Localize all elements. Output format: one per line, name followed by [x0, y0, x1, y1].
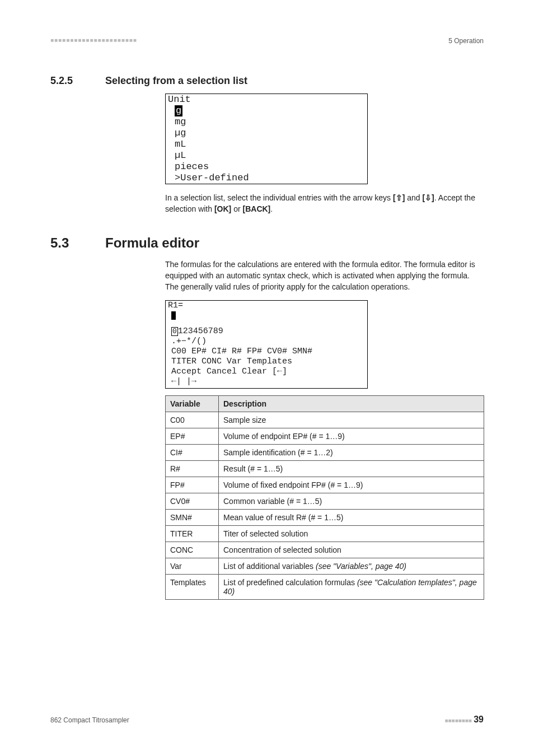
text-fragment: In a selection list, select the individu… — [165, 193, 393, 202]
table-header-row: Variable Description — [166, 396, 484, 412]
footer-right: ■■■■■■■■ 39 — [445, 715, 484, 725]
selection-list-item: mg — [166, 116, 367, 128]
desc-cell: Volume of endpoint EP# (# = 1…9) — [219, 428, 484, 445]
selection-list-selected: g — [166, 105, 367, 116]
desc-cell: Sample size — [219, 412, 484, 428]
page-header: ■■■■■■■■■■■■■■■■■■■■■■ 5 Operation — [50, 37, 484, 45]
key-down: [⇩] — [422, 193, 434, 202]
key-up: [⇧] — [393, 193, 405, 202]
formula-accept-row: Accept Cancel Clear [←] — [166, 367, 367, 377]
var-cell: CV0# — [166, 493, 219, 510]
var-cell: FP# — [166, 477, 219, 493]
heading-53-number: 5.3 — [50, 235, 105, 251]
spacer — [166, 321, 367, 326]
selection-list-box: Unit g mg µg mL µL pieces >User-defined — [165, 94, 368, 184]
var-cell: SMN# — [166, 510, 219, 526]
variables-table: Variable Description C00Sample size EP#V… — [165, 395, 484, 600]
formula-editor-paragraph: The formulas for the calculations are en… — [165, 259, 484, 293]
table-row: VarList of additional variables (see "Va… — [166, 558, 484, 575]
table-row: CV0#Common variable (# = 1…5) — [166, 493, 484, 510]
desc-cell: List of additional variables (see "Varia… — [219, 558, 484, 575]
var-cell: C00 — [166, 412, 219, 428]
table-row: R#Result (# = 1…5) — [166, 461, 484, 477]
heading-525-number: 5.2.5 — [50, 75, 105, 87]
formula-digits-row: 0123456789 — [166, 326, 367, 337]
desc-text: List of additional variables — [223, 562, 316, 571]
desc-italic: (see "Variables", page 40) — [316, 562, 406, 571]
footer-squares: ■■■■■■■■ — [445, 717, 472, 724]
selection-list-item: mL — [166, 139, 367, 150]
desc-text: List of predefined calculation formulas — [223, 578, 357, 587]
table-row: C00Sample size — [166, 412, 484, 428]
formula-arrows-row: ←| |→ — [166, 377, 367, 387]
table-header-variable: Variable — [166, 396, 219, 412]
selection-list-paragraph: In a selection list, select the individu… — [165, 192, 484, 215]
formula-more-row: TITER CONC Var Templates — [166, 357, 367, 367]
var-cell: CONC — [166, 542, 219, 558]
var-cell: Templates — [166, 575, 219, 600]
table-row: CONCConcentration of selected solution — [166, 542, 484, 558]
table-row: EP#Volume of endpoint EP# (# = 1…9) — [166, 428, 484, 445]
formula-vars-row: C00 EP# CI# R# FP# CV0# SMN# — [166, 347, 367, 357]
heading-53: 5.3 Formula editor — [50, 235, 484, 251]
key-back: [BACK] — [243, 204, 271, 213]
footer-product: 862 Compact Titrosampler — [50, 716, 129, 724]
desc-cell: List of predefined calculation formulas … — [219, 575, 484, 600]
var-cell: Var — [166, 558, 219, 575]
desc-cell: Titer of selected solution — [219, 526, 484, 542]
desc-cell: Sample identification (# = 1…2) — [219, 445, 484, 461]
page-footer: 862 Compact Titrosampler ■■■■■■■■ 39 — [50, 715, 484, 725]
table-row: SMN#Mean value of result R# (# = 1…5) — [166, 510, 484, 526]
var-cell: CI# — [166, 445, 219, 461]
page-number: 39 — [474, 715, 484, 724]
heading-525: 5.2.5 Selecting from a selection list — [50, 75, 484, 87]
selection-list-selected-value: g — [175, 105, 182, 116]
heading-525-title: Selecting from a selection list — [105, 75, 247, 87]
text-cursor-icon — [171, 311, 176, 320]
selection-list-header: Unit — [166, 94, 367, 105]
desc-cell: Common variable (# = 1…5) — [219, 493, 484, 510]
heading-53-title: Formula editor — [105, 235, 199, 251]
key-ok: [OK] — [214, 204, 231, 213]
formula-editor-box: R1= 0123456789 .+−*/() C00 EP# CI# R# FP… — [165, 300, 368, 389]
selection-list-item: pieces — [166, 161, 367, 172]
desc-cell: Mean value of result R# (# = 1…5) — [219, 510, 484, 526]
table-header-description: Description — [219, 396, 484, 412]
header-squares-left: ■■■■■■■■■■■■■■■■■■■■■■ — [50, 37, 137, 45]
selection-list-item: µL — [166, 150, 367, 161]
desc-cell: Volume of fixed endpoint FP# (# = 1…9) — [219, 477, 484, 493]
text-fragment: . — [270, 204, 273, 213]
var-cell: R# — [166, 461, 219, 477]
selection-list-item: >User-defined — [166, 172, 367, 184]
page-content: 5.2.5 Selecting from a selection list Un… — [50, 75, 484, 600]
formula-header: R1= — [166, 301, 367, 311]
text-fragment: and — [405, 193, 422, 202]
chapter-label: 5 Operation — [448, 37, 484, 45]
formula-digits-rest: 123456789 — [178, 326, 223, 336]
table-row: CI#Sample identification (# = 1…2) — [166, 445, 484, 461]
table-row: TITERTiter of selected solution — [166, 526, 484, 542]
desc-cell: Concentration of selected solution — [219, 542, 484, 558]
var-cell: EP# — [166, 428, 219, 445]
formula-operators-row: .+−*/() — [166, 337, 367, 347]
text-fragment: or — [231, 204, 242, 213]
table-row: TemplatesList of predefined calculation … — [166, 575, 484, 600]
selection-list-item: µg — [166, 128, 367, 139]
var-cell: TITER — [166, 526, 219, 542]
formula-cursor-line — [166, 311, 367, 321]
table-row: FP#Volume of fixed endpoint FP# (# = 1…9… — [166, 477, 484, 493]
formula-digit-highlighted: 0 — [171, 327, 178, 336]
desc-cell: Result (# = 1…5) — [219, 461, 484, 477]
